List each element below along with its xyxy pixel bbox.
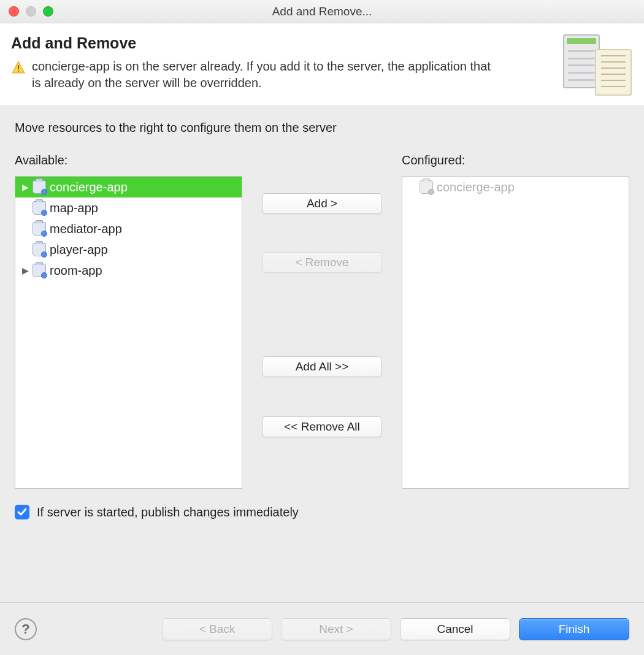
list-item[interactable]: ▶player-app: [15, 239, 242, 260]
instruction-text: Move resources to the right to configure…: [15, 121, 629, 135]
publish-immediately-label: If server is started, publish changes im…: [37, 505, 299, 519]
svg-rect-1: [18, 71, 19, 72]
warning-icon: [11, 60, 26, 75]
dialog-message: concierge-app is on the server already. …: [32, 58, 498, 91]
titlebar: Add and Remove...: [0, 0, 644, 23]
module-icon: [33, 264, 46, 277]
add-button[interactable]: Add >: [262, 193, 382, 214]
publish-immediately-checkbox[interactable]: [15, 505, 29, 519]
back-button: < Back: [162, 618, 272, 640]
remove-all-button[interactable]: << Remove All: [262, 416, 382, 437]
dialog-footer: ? < Back Next > Cancel Finish: [0, 602, 644, 655]
available-list[interactable]: ▶concierge-app▶map-app▶mediator-app▶play…: [15, 176, 242, 489]
list-item[interactable]: ▶concierge-app: [15, 177, 242, 197]
zoom-window-button[interactable]: [43, 6, 53, 17]
list-item: ▶concierge-app: [402, 177, 629, 197]
cancel-button[interactable]: Cancel: [400, 618, 510, 640]
module-icon: [33, 222, 46, 236]
window-controls: [0, 6, 53, 17]
module-icon: [33, 201, 46, 215]
expand-icon[interactable]: ▶: [21, 182, 29, 192]
list-item-label: concierge-app: [437, 180, 515, 194]
wizard-banner-image: [563, 34, 632, 96]
module-icon: [33, 243, 46, 256]
expand-icon[interactable]: ▶: [21, 266, 29, 275]
minimize-window-button[interactable]: [26, 6, 36, 17]
next-button: Next >: [281, 618, 391, 640]
list-item[interactable]: ▶mediator-app: [15, 218, 242, 239]
transfer-buttons: Add > < Remove Add All >> << Remove All: [262, 153, 382, 489]
list-item[interactable]: ▶map-app: [15, 197, 242, 218]
module-icon: [33, 180, 46, 194]
dialog-header: Add and Remove concierge-app is on the s…: [0, 23, 644, 106]
remove-button: < Remove: [262, 252, 382, 273]
list-item-label: mediator-app: [50, 222, 122, 236]
configured-label: Configured:: [402, 153, 629, 167]
list-item-label: map-app: [50, 201, 98, 215]
window-title: Add and Remove...: [0, 5, 644, 18]
finish-button[interactable]: Finish: [519, 618, 629, 640]
svg-rect-0: [18, 65, 19, 69]
help-button[interactable]: ?: [15, 618, 37, 640]
list-item[interactable]: ▶room-app: [15, 260, 242, 281]
list-item-label: room-app: [50, 264, 102, 278]
close-window-button[interactable]: [9, 6, 19, 17]
dialog-title: Add and Remove: [11, 34, 554, 52]
list-item-label: player-app: [50, 243, 108, 257]
available-label: Available:: [15, 153, 242, 167]
configured-list[interactable]: ▶concierge-app: [402, 176, 629, 489]
add-all-button[interactable]: Add All >>: [262, 356, 382, 377]
module-icon: [420, 180, 433, 194]
list-item-label: concierge-app: [50, 180, 128, 194]
